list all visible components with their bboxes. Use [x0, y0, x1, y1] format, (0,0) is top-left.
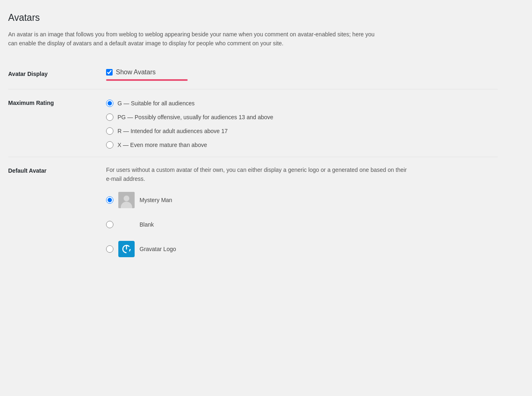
avatar-display-row: Avatar Display Show Avatars [8, 60, 498, 89]
show-avatars-checkbox[interactable] [106, 69, 113, 76]
rating-g-label[interactable]: G — Suitable for all audiences [117, 100, 195, 107]
highlight-bar [106, 79, 188, 81]
page-container: Avatars An avatar is an image that follo… [8, 12, 498, 265]
avatar-gravatar-logo-row: Gravatar Logo [106, 241, 494, 257]
avatar-blank-radio[interactable] [106, 221, 113, 228]
avatar-mystery-man-row: Mystery Man [106, 192, 494, 208]
mystery-man-head [124, 196, 129, 201]
avatar-display-controls: Show Avatars [102, 60, 498, 89]
page-title: Avatars [8, 12, 498, 23]
maximum-rating-label: Maximum Rating [8, 89, 102, 157]
avatar-gravatar-logo-radio[interactable] [106, 245, 113, 253]
avatar-mystery-radio[interactable] [106, 196, 113, 204]
rating-r-row: R — Intended for adult audiences above 1… [106, 127, 494, 135]
rating-r-radio[interactable] [106, 127, 113, 135]
rating-pg-row: PG — Possibly offensive, usually for aud… [106, 113, 494, 121]
mystery-man-icon [118, 192, 135, 208]
gravatar-logo-svg [122, 244, 131, 254]
mystery-man-shoulders [121, 202, 132, 208]
avatar-blank-row: Blank [106, 216, 494, 233]
avatar-mystery-label[interactable]: Mystery Man [140, 197, 172, 203]
maximum-rating-row: Maximum Rating G — Suitable for all audi… [8, 89, 498, 157]
rating-x-row: X — Even more mature than above [106, 141, 494, 149]
default-avatar-description: For users without a custom avatar of the… [106, 165, 412, 184]
default-avatar-row: Default Avatar For users without a custo… [8, 157, 498, 265]
rating-g-radio[interactable] [106, 100, 113, 107]
rating-pg-label[interactable]: PG — Possibly offensive, usually for aud… [117, 114, 273, 120]
mystery-man-body [118, 196, 135, 208]
maximum-rating-controls: G — Suitable for all audiences PG — Poss… [102, 89, 498, 157]
rating-x-radio[interactable] [106, 141, 113, 149]
blank-avatar-icon [118, 216, 135, 233]
rating-pg-radio[interactable] [106, 113, 113, 121]
show-avatars-checkbox-row: Show Avatars [106, 69, 494, 76]
rating-x-label[interactable]: X — Even more mature than above [117, 142, 207, 148]
maximum-rating-radio-group: G — Suitable for all audiences PG — Poss… [106, 98, 494, 149]
avatar-gravatar-logo-label[interactable]: Gravatar Logo [140, 246, 176, 252]
avatar-display-label: Avatar Display [8, 60, 102, 89]
show-avatars-label[interactable]: Show Avatars [116, 69, 156, 76]
gravatar-logo-icon [118, 241, 135, 257]
default-avatar-controls: For users without a custom avatar of the… [102, 157, 498, 265]
rating-g-row: G — Suitable for all audiences [106, 100, 494, 107]
page-description: An avatar is an image that follows you f… [8, 30, 375, 48]
default-avatar-label: Default Avatar [8, 157, 102, 265]
default-avatar-radio-group: Mystery Man Blank [106, 192, 494, 257]
settings-table: Avatar Display Show Avatars Maximum Rati… [8, 60, 498, 265]
rating-r-label[interactable]: R — Intended for adult audiences above 1… [117, 128, 228, 134]
avatar-blank-label[interactable]: Blank [140, 221, 154, 228]
